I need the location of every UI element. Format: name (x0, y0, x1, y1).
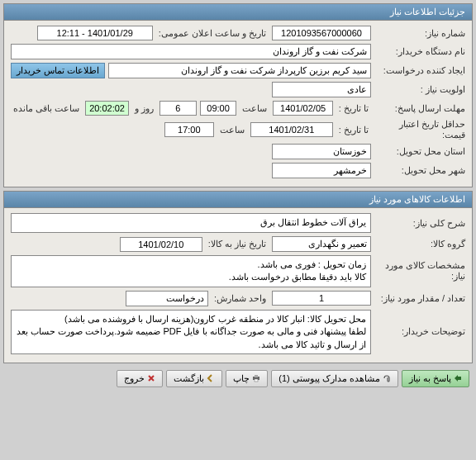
attachments-label: مشاهده مدارک پیوستی (1) (278, 373, 380, 384)
price-valid-date-field: 1401/02/31 (250, 122, 333, 137)
print-icon (252, 374, 260, 382)
need-date-field: 1401/02/10 (120, 237, 202, 252)
footer-toolbar: پاسخ به نیاز مشاهده مدارک پیوستی (1) چاپ… (3, 367, 473, 391)
province-field: خوزستان (272, 144, 371, 159)
need-date-label: تاریخ نیاز به کالا: (206, 239, 269, 249)
priority-label: اولویت نیاز : (374, 84, 465, 95)
exit-button[interactable]: خروج (117, 370, 163, 387)
province-label: استان محل تحویل: (374, 146, 465, 157)
remain-days-unit: روز و (132, 103, 156, 114)
attachment-icon (383, 374, 391, 382)
deadline-date-field: 1401/02/05 (273, 101, 332, 116)
requester-field: سید کریم برزین کارپرداز شرکت نفت و گاز ا… (108, 63, 371, 78)
svg-rect-1 (255, 375, 258, 377)
need-info-body: شماره نیاز: 1201093567000060 تاریخ و ساع… (4, 21, 472, 187)
deadline-label: مهلت ارسال پاسخ: (374, 103, 465, 114)
back-label: بازگشت (174, 373, 204, 384)
reply-label: پاسخ به نیاز (409, 373, 451, 384)
buyer-field: شرکت نفت و گاز اروندان (11, 44, 371, 59)
group-label: گروه کالا: (374, 239, 465, 249)
unit-label: واحد شمارش: (212, 293, 269, 304)
back-button[interactable]: بازگشت (166, 370, 222, 387)
spec-field: زمان تحویل : فوری می باشد.کالا باید دقیق… (11, 255, 371, 287)
city-field: خرمشهر (272, 163, 371, 178)
public-dt-field: 1401/01/29 - 12:11 (37, 26, 153, 40)
price-valid-time-field: 17:00 (164, 122, 214, 137)
back-icon (207, 374, 215, 382)
deadline-time-field: 09:00 (200, 101, 237, 116)
svg-rect-2 (255, 379, 258, 382)
buyer-label: نام دستگاه خریدار: (374, 46, 465, 57)
remain-suffix: ساعت باقی مانده (11, 103, 82, 114)
city-label: شهر محل تحویل: (374, 165, 465, 176)
desc-label: شرح کلی نیاز: (374, 218, 465, 229)
need-info-header: جزئیات اطلاعات نیاز (4, 4, 472, 21)
exit-label: خروج (124, 373, 145, 384)
need-number-label: شماره نیاز: (374, 28, 465, 39)
need-info-panel: جزئیات اطلاعات نیاز شماره نیاز: 12010935… (3, 3, 473, 187)
unit-field: درخواست (126, 291, 208, 306)
time-label-1: ساعت (240, 103, 269, 114)
contact-buyer-button[interactable]: اطلاعات تماس خریدار (11, 63, 105, 78)
attachments-button[interactable]: مشاهده مدارک پیوستی (1) (271, 370, 398, 387)
remain-days-field: 6 (159, 101, 197, 116)
goods-info-panel: اطلاعات کالاهای مورد نیاز شرح کلی نیاز: … (3, 191, 473, 363)
time-label-2: ساعت (217, 125, 247, 135)
reply-button[interactable]: پاسخ به نیاز (402, 370, 469, 387)
buyer-notes-label: توضیحات خریدار: (374, 326, 465, 337)
public-dt-label: تاریخ و ساعت اعلان عمومی: (156, 28, 269, 39)
qty-field: 1 (272, 291, 371, 306)
print-button[interactable]: چاپ (226, 370, 268, 387)
remain-time-field: 20:02:02 (85, 101, 129, 116)
spec-label: مشخصات کالای مورد نیاز: (374, 260, 465, 282)
qty-label: تعداد / مقدار مورد نیاز: (374, 293, 465, 304)
to-date-label-2: تا تاریخ : (336, 125, 371, 135)
price-valid-label: حداقل تاریخ اعتبار قیمت: (374, 119, 465, 140)
print-label: چاپ (233, 373, 250, 384)
desc-field: یراق آلات خطوط انتقال برق (11, 213, 371, 233)
priority-field: عادی (272, 82, 371, 97)
goods-info-header: اطلاعات کالاهای مورد نیاز (4, 192, 472, 208)
need-number-field: 1201093567000060 (272, 26, 371, 40)
to-date-label-1: تا تاریخ : (336, 103, 371, 114)
requester-label: ایجاد کننده درخواست: (374, 65, 465, 76)
reply-icon (454, 374, 462, 382)
goods-info-body: شرح کلی نیاز: یراق آلات خطوط انتقال برق … (4, 208, 472, 363)
group-field: تعمیر و نگهداری (272, 236, 371, 252)
buyer-notes-field: محل تحویل کالا: انبار کالا در منطقه غرب … (11, 310, 371, 354)
exit-icon (147, 374, 155, 382)
